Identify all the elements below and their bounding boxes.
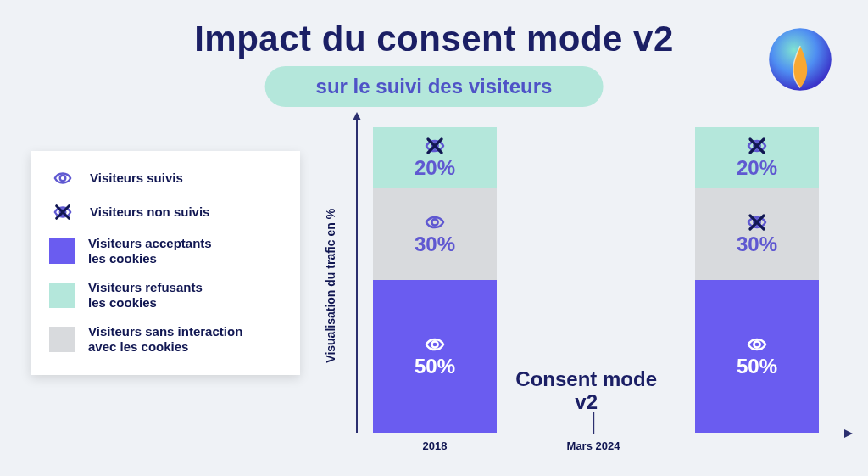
legend-row-nointeract: Visiteurs sans interaction avec les cook… (49, 324, 281, 355)
segment-value: 50% (415, 355, 455, 378)
legend-row-untracked: Visiteurs non suivis (49, 202, 281, 222)
brand-logo (766, 25, 834, 93)
eye-icon (49, 168, 76, 188)
legend-label: Visiteurs non suivis (90, 204, 209, 220)
bar-2018: 50% 30% 20% (373, 127, 497, 433)
segment-refuse: 20% (695, 127, 819, 188)
swatch-grey (49, 327, 75, 352)
page-title: Impact du consent mode v2 (0, 19, 868, 59)
segment-value: 20% (737, 156, 777, 180)
arrowhead-up-icon (353, 112, 361, 120)
x-tick-mars2024: Mars 2024 (567, 440, 620, 453)
arrowhead-right-icon (844, 429, 853, 438)
segment-value: 20% (415, 156, 455, 180)
segment-nointeract: 30% (373, 188, 497, 280)
swatch-mint (49, 283, 75, 308)
eye-crossed-icon (422, 136, 448, 156)
legend-label: Visiteurs refusants les cookies (88, 280, 203, 311)
eye-crossed-icon (744, 136, 770, 156)
mid-tick (593, 412, 594, 434)
legend-row-tracked: Visiteurs suivis (49, 168, 281, 188)
eye-icon (744, 334, 770, 355)
eye-crossed-icon (49, 202, 76, 222)
legend-row-refuse: Visiteurs refusants les cookies (49, 280, 281, 311)
eye-icon (422, 334, 448, 355)
segment-value: 30% (415, 232, 455, 256)
segment-refuse: 20% (373, 127, 497, 188)
segment-value: 50% (737, 355, 777, 378)
legend-card: Visiteurs suivis Visiteurs non suivis Vi… (31, 151, 300, 375)
legend-row-accept: Visiteurs acceptants les cookies (49, 236, 281, 266)
mid-annotation: Consent mode v2 (515, 367, 657, 414)
x-axis (356, 434, 848, 435)
segment-value: 30% (737, 232, 777, 256)
segment-nointeract: 30% (695, 188, 819, 280)
segment-accept: 50% (373, 280, 497, 433)
y-axis-label: Visualisation du trafic en % (324, 209, 337, 363)
swatch-purple (49, 238, 75, 264)
legend-label: Visiteurs sans interaction avec les cook… (88, 324, 242, 355)
eye-icon (422, 212, 448, 232)
eye-crossed-icon (744, 212, 770, 232)
legend-label: Visiteurs acceptants les cookies (88, 236, 212, 266)
x-tick-2018: 2018 (423, 440, 448, 453)
bar-post-consent-v2: 50% 30% 20% (695, 127, 819, 433)
segment-accept: 50% (695, 280, 819, 433)
legend-label: Visiteurs suivis (90, 171, 183, 186)
y-axis (356, 119, 358, 433)
chart-area: Visualisation du trafic en % Consent mod… (339, 119, 848, 458)
page-subtitle: sur le suivi des visiteurs (265, 66, 604, 107)
